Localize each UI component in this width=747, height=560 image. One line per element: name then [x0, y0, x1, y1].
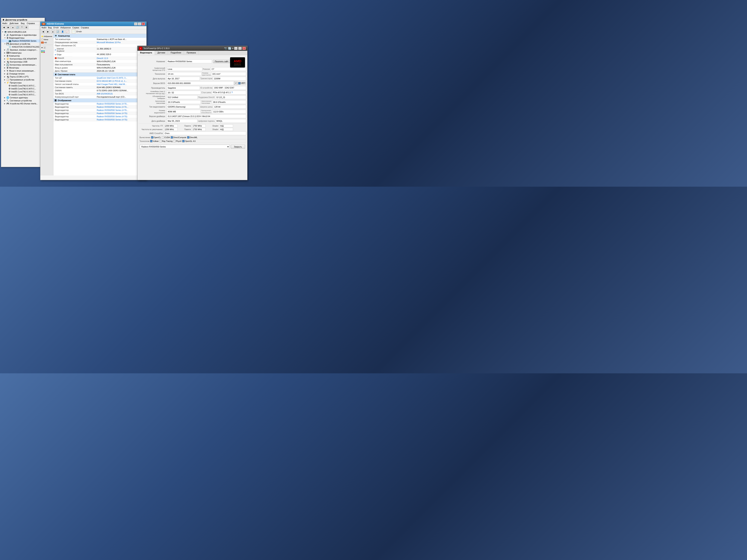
- compute-directml: ✓ DirectML: [187, 136, 198, 138]
- tree-item-video-adapters[interactable]: ▼🖥 Видеоадаптеры: [1, 36, 44, 39]
- row-video4: ВидеоадаптерRadeon RX550/550 Series (4 Г…: [53, 112, 147, 115]
- gpuz-devid-label: ID устройства: [200, 87, 213, 89]
- aida-menu-help[interactable]: Справка: [81, 27, 89, 29]
- toolbar-up[interactable]: ▲: [11, 25, 15, 29]
- sidebar-favorites[interactable]: ⭐Избранное: [41, 35, 53, 38]
- gpuz-maximize[interactable]: □: [238, 47, 242, 50]
- row-bios: Тип BIOSAMI (01/04/2013): [53, 92, 147, 95]
- sidebar-aida[interactable]: 64 AID: [41, 41, 53, 44]
- gpuz-close[interactable]: ✕: [242, 47, 246, 50]
- bus-question-mark[interactable]: ?: [231, 91, 232, 94]
- tab-sensors[interactable]: Датчики: [155, 51, 168, 55]
- gpuz-refresh-icon[interactable]: 🔄: [228, 47, 231, 50]
- tree-item-mice[interactable]: ▶🖱 Мыши и иные указывающие...: [1, 69, 44, 72]
- gpuz-revision-label: Ревизия: [202, 68, 210, 70]
- uefi-badge: ✓ UEFI: [237, 82, 246, 85]
- menu-help[interactable]: Справка: [27, 22, 35, 24]
- sidebar-expand[interactable]: ▼□: [41, 46, 53, 50]
- aida-chart[interactable]: 📈: [66, 30, 70, 33]
- aida64-titlebar: 64 AIDA64 Extreme — □ ✕: [40, 22, 147, 26]
- tree-item-comp[interactable]: ▶🖥 Компьютер: [1, 54, 44, 57]
- gpuz-value-bios: 015.050.000.001.000000: [166, 81, 234, 85]
- tree-item-hid[interactable]: ▶🎮 Устройства HID (Human Interfa...: [1, 102, 44, 105]
- aida-menu-report[interactable]: Отчёт: [53, 27, 59, 29]
- tree-item-computer[interactable]: ▼💻 WIN-KV9NJRCLSJK: [1, 30, 44, 33]
- tree-item-cpu3[interactable]: ⚙ Intel(R) Core(TM) i5-3470 С...: [1, 90, 44, 93]
- gpuz-bandwidth-label: Пропускнаяспособность: [201, 109, 212, 114]
- gpuz-camera-icon[interactable]: 📷: [224, 47, 227, 50]
- aida-menu-file[interactable]: Файл: [42, 27, 47, 29]
- tab-verify[interactable]: Проверка: [184, 51, 199, 55]
- amd-logo: AMD RADEON GRAPHICS: [230, 57, 245, 68]
- gpuz-close-button[interactable]: Закрыть: [231, 145, 245, 149]
- gpuz-titlebar: Z TechPowerUp GPU-Z 2.35.0 📷 🔄 ≡ — □ ✕: [137, 46, 247, 51]
- aida-forward[interactable]: ▶: [46, 30, 50, 33]
- aida-up[interactable]: ▲: [51, 30, 55, 33]
- section-motherboard: 🖥 Системная плата: [53, 73, 147, 76]
- gpu-selector[interactable]: Radeon RX550/550 Series: [140, 145, 230, 149]
- aida-refresh[interactable]: 🔄: [56, 30, 60, 33]
- gpuz-value-pixel: 19.3 GPixel/s: [166, 100, 201, 104]
- toolbar-forward[interactable]: ▶: [6, 25, 10, 29]
- menu-action[interactable]: Действие: [9, 22, 19, 24]
- menu-file[interactable]: Файл: [2, 22, 7, 24]
- tree-item-radeon[interactable]: 📺 Radeon RX550/550 Series: [1, 39, 44, 43]
- tree-item-cpu2[interactable]: ⚙ Intel(R) Core(TM) i5-3470 С...: [1, 87, 44, 90]
- tree-item-usb[interactable]: ▶🔌 Контроллеры USB: [1, 60, 44, 63]
- tree-item-software[interactable]: ▶📋 Программные устройства: [1, 78, 44, 81]
- sidebar-menu[interactable]: 📋Меню: [41, 38, 53, 41]
- menu-view[interactable]: Вид: [21, 22, 24, 24]
- toolbar-back[interactable]: ◀: [2, 25, 6, 29]
- tab-advanced[interactable]: Подробнее: [168, 51, 184, 55]
- gpuz-label-name: Название: [138, 60, 166, 62]
- report-icon[interactable]: 📄: [72, 30, 75, 33]
- gpuz-val-gpu-clock: 1206 MHz: [163, 124, 178, 127]
- maximize-button[interactable]: □: [138, 22, 141, 25]
- tree-item-ide[interactable]: ▶📀 Контроллеры IDE ATA/ATAPI: [1, 57, 44, 60]
- tech-vulkan: ✓ Vulkan: [150, 140, 159, 142]
- minimize-button[interactable]: —: [134, 22, 137, 25]
- aida-user[interactable]: 👤: [60, 30, 65, 33]
- tree-item-disk[interactable]: ▼💾 Дисковые устройства: [1, 43, 44, 45]
- computer-info-table: Тип компьютераКомпьютер с ACPI на базе x…: [53, 38, 147, 73]
- tree-item-sound[interactable]: ▶🎵 Звуковые, игровые и видеоуст...: [1, 48, 44, 51]
- row-dimm4: DIMM4:8 ГБ DDR3-1600 DDR3 SDRAM...: [53, 89, 147, 92]
- tree-item-monitors[interactable]: ▶🖥 Мониторы: [1, 66, 44, 69]
- tree-item-print[interactable]: ▶🖨 Очереди печати: [1, 72, 44, 75]
- aida-back[interactable]: ◀: [41, 30, 45, 33]
- toolbar-monitor[interactable]: 🖥: [24, 25, 28, 29]
- gpuz-value-tech: 14 nm: [166, 72, 202, 76]
- toolbar-help[interactable]: ?: [20, 25, 24, 29]
- visit-site-button[interactable]: Посетить сайт: [213, 60, 230, 63]
- gpuz-value-devid: 1002 699F - 1DA2 E367: [213, 86, 246, 90]
- directcompute-check: ✓: [171, 136, 173, 138]
- tree-item-cpu1[interactable]: ⚙ Intel(R) Core(TM) i5-3470 С...: [1, 84, 44, 87]
- gpuz-value-gpu: Lexa: [166, 67, 202, 71]
- aida-menu-favorites[interactable]: Избранное: [60, 27, 71, 29]
- sidebar-small-icons[interactable]: [41, 50, 53, 53]
- gpuz-menu-icon[interactable]: ≡: [232, 47, 233, 50]
- gpuz-value-digsig: WHQL: [215, 119, 246, 123]
- share-icon[interactable]: ↗: [234, 82, 237, 85]
- toolbar-refresh[interactable]: 🔄: [15, 25, 20, 29]
- gpuz-tech-row: Технологии ✓ Vulkan Ray Tracing PhysX ✓ …: [138, 139, 246, 143]
- tree-item-storage[interactable]: ▶💽 Контроллеры запоминающих...: [1, 63, 44, 66]
- gpuz-trans-label: Транзисторов: [200, 77, 213, 80]
- tree-item-system[interactable]: ▶🔧 Системные устройства: [1, 99, 44, 102]
- gpuz-minimize[interactable]: —: [234, 47, 237, 50]
- aida-menu-view[interactable]: Вид: [48, 27, 52, 29]
- aida-menu-service[interactable]: Сервис: [72, 27, 79, 29]
- tree-item-audio[interactable]: ▶🔊 Аудиовходы и аудиовыходы: [1, 33, 44, 36]
- gpuz-row-clock2: Частота по умолчанию: 1206 MHz Памяти 17…: [138, 128, 246, 131]
- tab-videocarta[interactable]: Видеокарта: [137, 51, 155, 55]
- tree-item-network[interactable]: ▶🌐 Сетевые адаптеры: [1, 96, 44, 99]
- aida64-logo-icon: 64: [42, 23, 45, 25]
- tree-item-ports[interactable]: ▶🔌 Порты (COM и LPT): [1, 75, 44, 78]
- close-button[interactable]: ✕: [141, 22, 145, 25]
- tree-item-keyboard[interactable]: ▶⌨ Клавиатуры: [1, 51, 44, 54]
- gpuz-val-shader-default: Н/Д: [219, 128, 233, 131]
- tree-item-cpu4[interactable]: ⚙ Intel(R) Core(TM) i5-3470 С...: [1, 93, 44, 96]
- aida64-window: 64 AIDA64 Extreme — □ ✕ Файл Вид Отчёт И…: [40, 22, 147, 180]
- tree-item-kingston[interactable]: 💿 KINGSTON SV300S37A120G: [1, 45, 44, 48]
- tree-item-processors[interactable]: ▼⚡ Процессоры: [1, 81, 44, 84]
